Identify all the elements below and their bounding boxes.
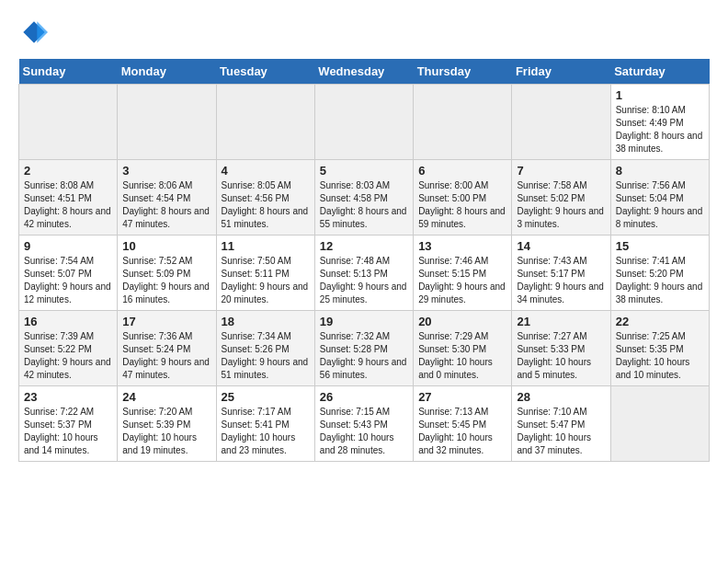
day-cell: 19Sunrise: 7:32 AM Sunset: 5:28 PM Dayli… bbox=[314, 311, 413, 386]
day-number: 3 bbox=[122, 164, 210, 178]
day-number: 11 bbox=[222, 239, 310, 253]
day-cell: 4Sunrise: 8:05 AM Sunset: 4:56 PM Daylig… bbox=[216, 160, 314, 236]
day-number: 4 bbox=[222, 164, 310, 178]
day-info: Sunrise: 8:06 AM Sunset: 4:54 PM Dayligh… bbox=[122, 179, 210, 231]
day-cell: 23Sunrise: 7:22 AM Sunset: 5:37 PM Dayli… bbox=[19, 386, 118, 462]
day-info: Sunrise: 8:05 AM Sunset: 4:56 PM Dayligh… bbox=[222, 179, 310, 231]
calendar-table: SundayMondayTuesdayWednesdayThursdayFrid… bbox=[18, 59, 710, 462]
day-info: Sunrise: 8:10 AM Sunset: 4:49 PM Dayligh… bbox=[616, 104, 704, 155]
header-cell-monday: Monday bbox=[118, 59, 216, 85]
day-info: Sunrise: 8:08 AM Sunset: 4:51 PM Dayligh… bbox=[24, 179, 112, 231]
day-info: Sunrise: 7:25 AM Sunset: 5:35 PM Dayligh… bbox=[616, 330, 704, 382]
day-info: Sunrise: 7:34 AM Sunset: 5:26 PM Dayligh… bbox=[222, 330, 310, 382]
day-number: 12 bbox=[320, 239, 408, 253]
day-number: 24 bbox=[122, 390, 210, 404]
day-cell: 27Sunrise: 7:13 AM Sunset: 5:45 PM Dayli… bbox=[414, 386, 512, 462]
day-cell: 8Sunrise: 7:56 AM Sunset: 5:04 PM Daylig… bbox=[610, 160, 709, 236]
day-cell bbox=[118, 85, 216, 160]
logo-icon bbox=[20, 18, 48, 46]
day-cell bbox=[414, 85, 512, 160]
day-info: Sunrise: 7:20 AM Sunset: 5:39 PM Dayligh… bbox=[122, 406, 210, 457]
day-cell: 5Sunrise: 8:03 AM Sunset: 4:58 PM Daylig… bbox=[314, 160, 413, 236]
day-number: 13 bbox=[418, 239, 506, 253]
day-number: 26 bbox=[320, 390, 408, 404]
day-cell: 16Sunrise: 7:39 AM Sunset: 5:22 PM Dayli… bbox=[19, 311, 118, 386]
week-row-5: 23Sunrise: 7:22 AM Sunset: 5:37 PM Dayli… bbox=[19, 386, 710, 462]
day-cell bbox=[216, 85, 314, 160]
day-cell: 2Sunrise: 8:08 AM Sunset: 4:51 PM Daylig… bbox=[19, 160, 118, 236]
day-cell: 22Sunrise: 7:25 AM Sunset: 5:35 PM Dayli… bbox=[610, 311, 709, 386]
day-cell: 6Sunrise: 8:00 AM Sunset: 5:00 PM Daylig… bbox=[414, 160, 512, 236]
day-number: 28 bbox=[517, 390, 605, 404]
day-info: Sunrise: 8:03 AM Sunset: 4:58 PM Dayligh… bbox=[320, 179, 408, 231]
day-number: 15 bbox=[616, 239, 704, 253]
day-cell: 25Sunrise: 7:17 AM Sunset: 5:41 PM Dayli… bbox=[216, 386, 314, 462]
day-info: Sunrise: 7:13 AM Sunset: 5:45 PM Dayligh… bbox=[418, 406, 506, 457]
day-number: 8 bbox=[616, 164, 704, 178]
day-cell: 21Sunrise: 7:27 AM Sunset: 5:33 PM Dayli… bbox=[512, 311, 610, 386]
day-cell: 1Sunrise: 8:10 AM Sunset: 4:49 PM Daylig… bbox=[610, 85, 709, 160]
day-number: 23 bbox=[24, 390, 112, 404]
day-cell: 7Sunrise: 7:58 AM Sunset: 5:02 PM Daylig… bbox=[512, 160, 610, 236]
day-number: 18 bbox=[222, 315, 310, 328]
day-info: Sunrise: 7:58 AM Sunset: 5:02 PM Dayligh… bbox=[517, 179, 605, 231]
day-info: Sunrise: 7:32 AM Sunset: 5:28 PM Dayligh… bbox=[320, 330, 408, 382]
day-info: Sunrise: 8:00 AM Sunset: 5:00 PM Dayligh… bbox=[418, 179, 506, 231]
day-number: 6 bbox=[418, 164, 506, 178]
calendar-body: 1Sunrise: 8:10 AM Sunset: 4:49 PM Daylig… bbox=[19, 85, 710, 462]
day-info: Sunrise: 7:50 AM Sunset: 5:11 PM Dayligh… bbox=[222, 255, 310, 306]
header-row: SundayMondayTuesdayWednesdayThursdayFrid… bbox=[19, 59, 710, 85]
day-info: Sunrise: 7:22 AM Sunset: 5:37 PM Dayligh… bbox=[24, 406, 112, 457]
day-cell bbox=[512, 85, 610, 160]
day-number: 22 bbox=[616, 315, 704, 328]
day-info: Sunrise: 7:48 AM Sunset: 5:13 PM Dayligh… bbox=[320, 255, 408, 306]
header-cell-tuesday: Tuesday bbox=[216, 59, 314, 85]
day-cell: 12Sunrise: 7:48 AM Sunset: 5:13 PM Dayli… bbox=[314, 236, 413, 311]
day-number: 17 bbox=[122, 315, 210, 328]
header-cell-sunday: Sunday bbox=[19, 59, 118, 85]
week-row-3: 9Sunrise: 7:54 AM Sunset: 5:07 PM Daylig… bbox=[19, 236, 710, 311]
header-cell-friday: Friday bbox=[512, 59, 610, 85]
day-cell: 26Sunrise: 7:15 AM Sunset: 5:43 PM Dayli… bbox=[314, 386, 413, 462]
logo bbox=[18, 18, 48, 50]
header-cell-thursday: Thursday bbox=[414, 59, 512, 85]
day-cell: 13Sunrise: 7:46 AM Sunset: 5:15 PM Dayli… bbox=[414, 236, 512, 311]
day-cell: 24Sunrise: 7:20 AM Sunset: 5:39 PM Dayli… bbox=[118, 386, 216, 462]
day-number: 5 bbox=[320, 164, 408, 178]
day-number: 2 bbox=[24, 164, 112, 178]
day-cell bbox=[314, 85, 413, 160]
day-cell bbox=[610, 386, 709, 462]
day-info: Sunrise: 7:10 AM Sunset: 5:47 PM Dayligh… bbox=[517, 406, 605, 457]
svg-marker-1 bbox=[37, 21, 48, 42]
day-number: 20 bbox=[418, 315, 506, 328]
day-number: 9 bbox=[24, 239, 112, 253]
day-cell: 11Sunrise: 7:50 AM Sunset: 5:11 PM Dayli… bbox=[216, 236, 314, 311]
day-number: 7 bbox=[517, 164, 605, 178]
day-info: Sunrise: 7:36 AM Sunset: 5:24 PM Dayligh… bbox=[122, 330, 210, 382]
day-info: Sunrise: 7:27 AM Sunset: 5:33 PM Dayligh… bbox=[517, 330, 605, 382]
day-info: Sunrise: 7:17 AM Sunset: 5:41 PM Dayligh… bbox=[222, 406, 310, 457]
week-row-1: 1Sunrise: 8:10 AM Sunset: 4:49 PM Daylig… bbox=[19, 85, 710, 160]
day-number: 19 bbox=[320, 315, 408, 328]
day-number: 14 bbox=[517, 239, 605, 253]
header-cell-wednesday: Wednesday bbox=[314, 59, 413, 85]
day-number: 25 bbox=[222, 390, 310, 404]
day-info: Sunrise: 7:54 AM Sunset: 5:07 PM Dayligh… bbox=[24, 255, 112, 306]
week-row-2: 2Sunrise: 8:08 AM Sunset: 4:51 PM Daylig… bbox=[19, 160, 710, 236]
day-info: Sunrise: 7:29 AM Sunset: 5:30 PM Dayligh… bbox=[418, 330, 506, 382]
day-info: Sunrise: 7:52 AM Sunset: 5:09 PM Dayligh… bbox=[122, 255, 210, 306]
day-cell: 9Sunrise: 7:54 AM Sunset: 5:07 PM Daylig… bbox=[19, 236, 118, 311]
day-number: 27 bbox=[418, 390, 506, 404]
day-cell bbox=[19, 85, 118, 160]
day-cell: 10Sunrise: 7:52 AM Sunset: 5:09 PM Dayli… bbox=[118, 236, 216, 311]
day-cell: 20Sunrise: 7:29 AM Sunset: 5:30 PM Dayli… bbox=[414, 311, 512, 386]
day-number: 21 bbox=[517, 315, 605, 328]
day-info: Sunrise: 7:15 AM Sunset: 5:43 PM Dayligh… bbox=[320, 406, 408, 457]
day-cell: 17Sunrise: 7:36 AM Sunset: 5:24 PM Dayli… bbox=[118, 311, 216, 386]
day-cell: 3Sunrise: 8:06 AM Sunset: 4:54 PM Daylig… bbox=[118, 160, 216, 236]
header bbox=[18, 18, 710, 50]
day-number: 16 bbox=[24, 315, 112, 328]
day-info: Sunrise: 7:41 AM Sunset: 5:20 PM Dayligh… bbox=[616, 255, 704, 306]
week-row-4: 16Sunrise: 7:39 AM Sunset: 5:22 PM Dayli… bbox=[19, 311, 710, 386]
day-info: Sunrise: 7:46 AM Sunset: 5:15 PM Dayligh… bbox=[418, 255, 506, 306]
